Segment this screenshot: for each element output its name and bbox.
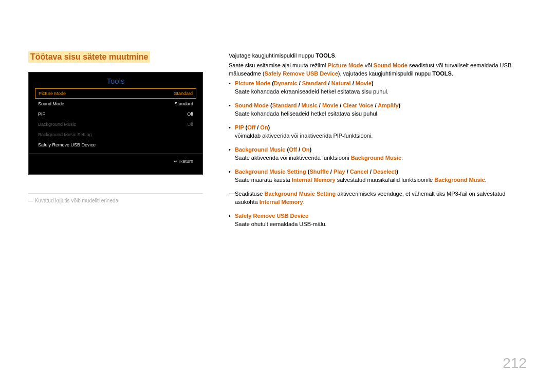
tool-label: Safely Remove USB Device	[38, 142, 96, 147]
tool-label: Background Music	[38, 122, 76, 127]
tool-row-pip[interactable]: PIP Off	[35, 109, 196, 119]
bullet-bg-music: • Background Music (Off / On) Saate akti…	[235, 145, 527, 162]
return-label: Return	[179, 159, 193, 164]
bullet-safely-remove: • Safely Remove USB Device Saate ohutult…	[235, 212, 527, 229]
tool-row-sound-mode[interactable]: Sound Mode Standard	[35, 99, 196, 109]
tool-value: Standard	[174, 101, 193, 106]
section-heading: Töötava sisu sätete muutmine	[28, 51, 150, 63]
subnote-internal-memory: ― Seadistuse Background Music Setting ak…	[235, 190, 527, 207]
bullet-sound-mode: • Sound Mode (Standard / Music / Movie /…	[235, 101, 527, 118]
tool-row-bg-music: Background Music Off	[35, 119, 196, 129]
tool-value: Off	[187, 111, 193, 117]
tool-label: Picture Mode	[39, 91, 66, 96]
description-column: Vajutage kaugjuhtimispuldil nuppu TOOLS.…	[229, 51, 527, 234]
tool-value: Standard	[174, 91, 193, 96]
tool-value: Off	[187, 122, 193, 127]
tool-row-picture-mode[interactable]: Picture Mode Standard	[35, 88, 196, 99]
image-disclaimer: ― Kuvatud kujutis võib mudeliti erineda.	[28, 193, 203, 203]
return-icon: ↩	[174, 159, 178, 164]
tools-panel: Tools Picture Mode Standard Sound Mode S…	[28, 72, 203, 175]
bullet-bg-music-setting: • Background Music Setting (Shuffle / Pl…	[235, 167, 527, 184]
bullet-pip: • PIP (Off / On) võimaldab aktiveerida v…	[235, 123, 527, 140]
return-row[interactable]: ↩Return	[29, 153, 202, 164]
tool-label: Sound Mode	[38, 101, 64, 106]
tools-title: Tools	[29, 72, 202, 88]
tool-label: PIP	[38, 111, 46, 117]
tool-row-safely-remove[interactable]: Safely Remove USB Device	[35, 140, 196, 150]
tool-label: Background Music Setting	[38, 132, 92, 137]
page-number: 212	[503, 355, 527, 371]
bullet-picture-mode: • Picture Mode (Dynamic / Standard / Nat…	[235, 79, 527, 96]
tool-row-bg-music-setting: Background Music Setting	[35, 129, 196, 140]
